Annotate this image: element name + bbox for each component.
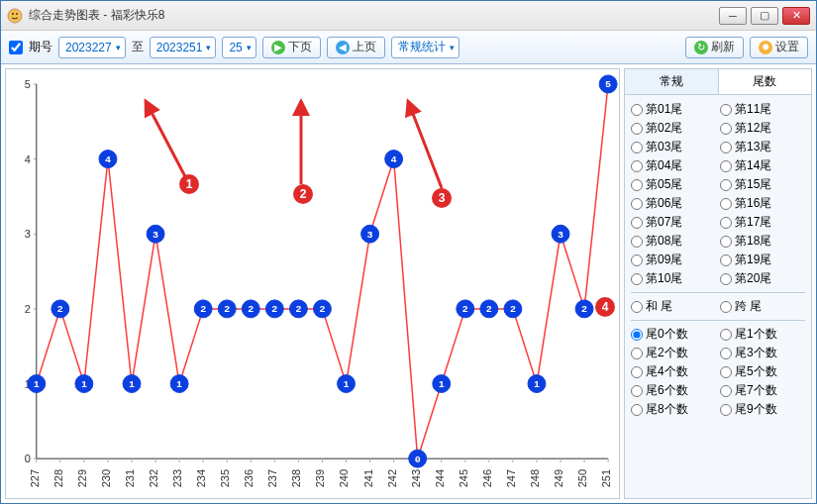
radio-option[interactable]: 第18尾	[720, 233, 799, 250]
to-label: 至	[132, 39, 144, 55]
svg-text:247: 247	[505, 469, 517, 487]
radio-option[interactable]: 和 尾	[631, 298, 710, 315]
chart-area: 0123451227222812294230123132321233223422…	[5, 68, 620, 499]
chevron-down-icon: ▾	[450, 43, 455, 52]
svg-text:244: 244	[434, 469, 446, 487]
svg-text:1: 1	[534, 378, 540, 389]
svg-text:2: 2	[486, 303, 492, 314]
period-count-select[interactable]: 25▾	[222, 37, 255, 58]
svg-text:3: 3	[153, 229, 158, 240]
radio-option[interactable]: 第16尾	[720, 195, 799, 212]
radio-option[interactable]: 尾0个数	[631, 326, 710, 343]
svg-point-0	[8, 9, 22, 23]
gear-icon: ✹	[759, 41, 772, 54]
svg-text:1: 1	[439, 378, 445, 389]
radio-option[interactable]: 第05尾	[631, 176, 710, 193]
svg-text:228: 228	[52, 469, 64, 487]
period-checkbox[interactable]	[9, 41, 23, 54]
callout-4: 4	[595, 297, 615, 317]
radio-option[interactable]: 尾9个数	[720, 401, 799, 418]
svg-text:2: 2	[25, 303, 31, 315]
radio-option[interactable]: 尾1个数	[720, 326, 799, 343]
svg-text:1: 1	[176, 378, 182, 389]
callout-1: 1	[179, 174, 199, 194]
svg-text:2: 2	[200, 303, 206, 314]
next-page-button[interactable]: ▶下页	[262, 37, 321, 58]
svg-text:3: 3	[25, 228, 31, 240]
period-start-select[interactable]: 2023227▾	[58, 37, 126, 58]
svg-point-2	[16, 13, 18, 15]
svg-text:5: 5	[25, 78, 31, 90]
radio-option[interactable]: 第04尾	[631, 157, 710, 174]
svg-text:2: 2	[296, 303, 302, 314]
svg-text:3: 3	[367, 229, 373, 240]
svg-text:1: 1	[81, 378, 87, 389]
svg-text:243: 243	[410, 469, 422, 487]
svg-text:236: 236	[243, 469, 255, 487]
svg-text:237: 237	[266, 469, 278, 487]
radio-option[interactable]: 第08尾	[631, 233, 710, 250]
settings-button[interactable]: ✹设置	[750, 37, 808, 58]
svg-text:246: 246	[481, 469, 493, 487]
radio-option[interactable]: 尾6个数	[631, 382, 710, 399]
refresh-button[interactable]: ↻刷新	[685, 37, 744, 58]
radio-option[interactable]: 尾3个数	[720, 345, 799, 361]
radio-option[interactable]: 第01尾	[631, 101, 710, 118]
tab-tail[interactable]: 尾数	[719, 69, 812, 94]
prev-page-button[interactable]: ◀上页	[327, 37, 385, 58]
svg-text:238: 238	[290, 469, 302, 487]
radio-option[interactable]: 第03尾	[631, 139, 710, 155]
radio-option[interactable]: 第20尾	[720, 270, 799, 287]
radio-option[interactable]: 第19尾	[720, 252, 799, 268]
radio-option[interactable]: 第07尾	[631, 214, 710, 231]
svg-text:4: 4	[105, 153, 111, 164]
svg-text:2: 2	[320, 303, 326, 314]
radio-option[interactable]: 第02尾	[631, 120, 710, 137]
svg-text:251: 251	[600, 469, 612, 487]
radio-option[interactable]: 尾8个数	[631, 401, 710, 418]
svg-text:2: 2	[581, 303, 587, 314]
svg-text:1: 1	[34, 378, 40, 389]
period-end-select[interactable]: 2023251▾	[150, 37, 217, 58]
radio-option[interactable]: 尾7个数	[720, 382, 799, 399]
close-button[interactable]: ✕	[782, 7, 810, 25]
radio-option[interactable]: 第15尾	[720, 176, 799, 193]
svg-text:250: 250	[576, 469, 588, 487]
radio-option[interactable]: 第12尾	[720, 120, 799, 137]
svg-text:231: 231	[124, 469, 136, 487]
radio-option[interactable]: 第13尾	[720, 139, 799, 155]
radio-option[interactable]: 尾5个数	[720, 363, 799, 380]
callout-2: 2	[293, 184, 313, 204]
radio-option[interactable]: 第17尾	[720, 214, 799, 231]
radio-option[interactable]: 第09尾	[631, 252, 710, 268]
radio-option[interactable]: 第06尾	[631, 195, 710, 212]
tab-normal[interactable]: 常规	[625, 69, 719, 94]
svg-text:245: 245	[458, 469, 469, 487]
maximize-button[interactable]: ▢	[751, 7, 778, 25]
stats-select[interactable]: 常规统计▾	[391, 37, 460, 58]
radio-option[interactable]: 第14尾	[720, 157, 799, 174]
radio-option[interactable]: 第10尾	[631, 270, 710, 287]
svg-text:2: 2	[57, 303, 63, 314]
svg-text:4: 4	[391, 153, 397, 164]
svg-text:233: 233	[171, 469, 183, 487]
svg-point-1	[12, 13, 14, 15]
svg-text:230: 230	[100, 469, 112, 487]
svg-text:242: 242	[386, 469, 398, 487]
svg-text:1: 1	[129, 378, 135, 389]
svg-text:5: 5	[605, 78, 611, 89]
svg-line-117	[146, 101, 189, 184]
chevron-down-icon: ▾	[206, 43, 211, 52]
radio-option[interactable]: 尾2个数	[631, 345, 710, 361]
period-label: 期号	[29, 39, 52, 55]
svg-text:234: 234	[195, 469, 207, 487]
svg-text:248: 248	[529, 469, 541, 487]
svg-text:2: 2	[462, 303, 468, 314]
svg-text:0: 0	[25, 453, 31, 464]
radio-option[interactable]: 第11尾	[720, 101, 799, 118]
svg-line-119	[408, 101, 442, 188]
minimize-button[interactable]: ─	[719, 7, 747, 25]
svg-text:2: 2	[272, 303, 278, 314]
radio-option[interactable]: 尾4个数	[631, 363, 710, 380]
radio-option[interactable]: 跨 尾	[720, 298, 799, 315]
